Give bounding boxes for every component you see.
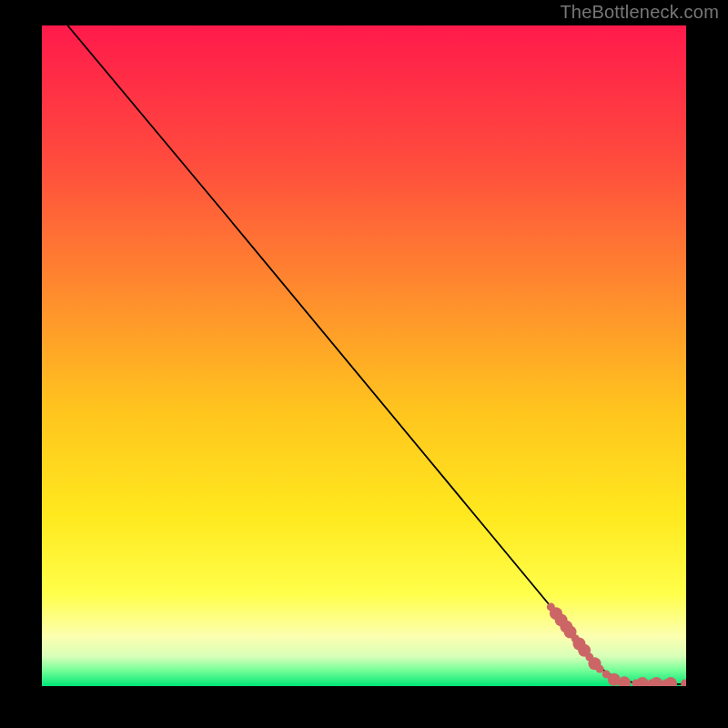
gradient-background	[42, 25, 686, 686]
watermark-text: TheBottleneck.com	[560, 2, 719, 23]
plot-area	[42, 25, 686, 686]
chart-container: TheBottleneck.com	[0, 0, 728, 728]
data-point	[596, 665, 604, 673]
chart-svg	[42, 25, 686, 686]
